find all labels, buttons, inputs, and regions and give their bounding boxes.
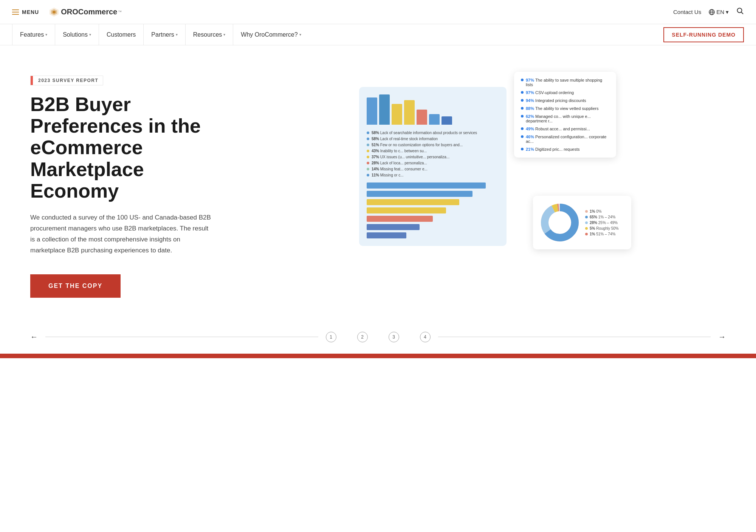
hero-description: We conducted a survey of the 100 US- and… bbox=[30, 212, 212, 256]
nav-item-customers[interactable]: Customers bbox=[99, 24, 144, 45]
logo-tm: ™ bbox=[118, 10, 122, 14]
slider-right-arrow[interactable]: → bbox=[718, 332, 726, 341]
search-button[interactable] bbox=[736, 7, 744, 17]
slider-section: ← 1 2 3 4 → bbox=[0, 320, 756, 354]
slider-track bbox=[45, 337, 318, 337]
slider-dot-1[interactable]: 1 bbox=[326, 332, 336, 342]
bar-4 bbox=[404, 100, 415, 125]
nav-item-partners[interactable]: Partners ▾ bbox=[144, 24, 185, 45]
nav-features-label: Features bbox=[20, 31, 44, 38]
contact-us-link[interactable]: Contact Us bbox=[673, 9, 701, 15]
logo-text: OROCommerce bbox=[61, 8, 117, 16]
chevron-down-icon: ▾ bbox=[299, 32, 301, 37]
nav-items: Features ▾ Solutions ▾ Customers Partner… bbox=[12, 24, 309, 45]
donut-legend: 1% 0% 65% 1% – 24% 28% 25% – 49% 5% Roug… bbox=[585, 209, 619, 236]
nav-item-features[interactable]: Features ▾ bbox=[12, 24, 55, 45]
bar-3 bbox=[392, 104, 402, 125]
bar-6 bbox=[429, 114, 440, 125]
bar-2 bbox=[379, 94, 390, 125]
hero-section: 2023 SURVEY REPORT B2B Buyer Preferences… bbox=[0, 45, 756, 320]
slider-dot-4[interactable]: 4 bbox=[420, 332, 431, 342]
features-card: 97% The ability to save multiple shoppin… bbox=[514, 72, 616, 158]
chevron-down-icon: ▾ bbox=[176, 32, 178, 37]
horizontal-bar-chart bbox=[367, 182, 499, 238]
language-selector[interactable]: EN ▾ bbox=[709, 9, 729, 15]
menu-button[interactable]: MENU bbox=[12, 9, 39, 15]
hero-right-visual: 58% Lack of searchable information about… bbox=[249, 68, 726, 257]
nav-item-why[interactable]: Why OroCommerce? ▾ bbox=[233, 24, 308, 45]
svg-line-7 bbox=[741, 12, 743, 14]
bar-7 bbox=[442, 116, 452, 125]
slider-dot-2[interactable]: 2 bbox=[357, 332, 368, 342]
survey-badge-text: 2023 SURVEY REPORT bbox=[35, 78, 98, 83]
top-bar-left: MENU OROCommerce™ bbox=[12, 6, 122, 18]
hamburger-icon bbox=[12, 9, 19, 15]
nav-item-solutions[interactable]: Solutions ▾ bbox=[55, 24, 99, 45]
slider-dots: 1 2 3 4 bbox=[326, 332, 431, 342]
lang-label: EN bbox=[716, 9, 724, 15]
self-running-demo-button[interactable]: SELF-RUNNING DEMO bbox=[663, 27, 744, 42]
chevron-down-icon: ▾ bbox=[45, 32, 47, 37]
slider-dot-3[interactable]: 3 bbox=[389, 332, 399, 342]
hero-left-content: 2023 SURVEY REPORT B2B Buyer Preferences… bbox=[30, 68, 227, 298]
get-copy-button[interactable]: GET THE COPY bbox=[30, 274, 121, 298]
vertical-bar-chart bbox=[367, 94, 499, 125]
slider-left-arrow[interactable]: ← bbox=[30, 332, 38, 341]
nav-solutions-label: Solutions bbox=[63, 31, 88, 38]
nav-why-label: Why OroCommerce? bbox=[241, 31, 297, 38]
survey-badge: 2023 SURVEY REPORT bbox=[30, 76, 103, 85]
nav-partners-label: Partners bbox=[151, 31, 174, 38]
logo-icon bbox=[48, 6, 60, 18]
hero-title: B2B Buyer Preferences in the eCommerce M… bbox=[30, 94, 227, 202]
lang-chevron: ▾ bbox=[726, 9, 729, 15]
chevron-down-icon: ▾ bbox=[223, 32, 225, 37]
donut-chart bbox=[539, 202, 581, 243]
svg-point-6 bbox=[737, 8, 742, 13]
donut-chart-card: 1% 0% 65% 1% – 24% 28% 25% – 49% 5% Roug… bbox=[533, 196, 631, 249]
bar-5 bbox=[417, 110, 427, 125]
nav-customers-label: Customers bbox=[107, 31, 136, 38]
top-bar-right: Contact Us EN ▾ bbox=[673, 7, 744, 17]
bar-1 bbox=[367, 97, 377, 125]
nav-bar: Features ▾ Solutions ▾ Customers Partner… bbox=[0, 24, 756, 45]
slider-track-right bbox=[438, 337, 711, 337]
svg-point-13 bbox=[549, 212, 570, 233]
chart-legend: 58% Lack of searchable information about… bbox=[367, 131, 499, 177]
footer-accent-bar bbox=[0, 354, 756, 358]
bar-chart-card: 58% Lack of searchable information about… bbox=[359, 87, 507, 246]
chevron-down-icon: ▾ bbox=[89, 32, 91, 37]
menu-label: MENU bbox=[22, 9, 39, 15]
logo[interactable]: OROCommerce™ bbox=[48, 6, 122, 18]
globe-icon bbox=[709, 9, 715, 15]
nav-resources-label: Resources bbox=[193, 31, 222, 38]
top-bar: MENU OROCommerce™ Contact Us EN ▾ bbox=[0, 0, 756, 24]
nav-item-resources[interactable]: Resources ▾ bbox=[186, 24, 233, 45]
search-icon bbox=[736, 7, 744, 15]
